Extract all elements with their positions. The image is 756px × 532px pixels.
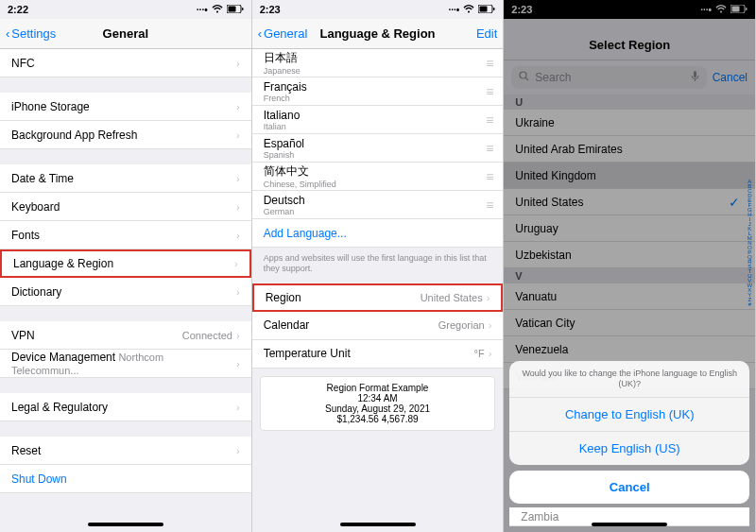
action-cancel-button[interactable]: Cancel: [509, 471, 749, 504]
drag-handle-icon[interactable]: ≡: [486, 169, 491, 184]
row-shutdown[interactable]: Shut Down: [0, 465, 251, 493]
home-indicator[interactable]: [88, 523, 163, 526]
svg-rect-5: [493, 8, 495, 10]
chevron-right-icon: ›: [236, 173, 240, 184]
drag-handle-icon[interactable]: ≡: [486, 197, 491, 213]
row-label: Calendar: [264, 318, 310, 332]
chevron-right-icon: ›: [489, 348, 492, 359]
row-label: Language & Region: [13, 257, 113, 270]
page-title: Language & Region: [319, 26, 435, 41]
status-time: 2:23: [260, 4, 281, 15]
chevron-right-icon: ›: [487, 292, 490, 303]
settings-list: NFC› iPhone Storage› Background App Refr…: [0, 49, 251, 493]
row-label: Background App Refresh: [11, 129, 137, 142]
language-sub: Chinese, Simplified: [264, 180, 336, 189]
chevron-right-icon: ›: [236, 230, 240, 241]
language-native: Español: [264, 137, 304, 150]
language-sub: Spanish: [264, 150, 304, 160]
row-value: Gregorian: [438, 319, 485, 331]
drag-handle-icon[interactable]: ≡: [486, 56, 491, 71]
drag-handle-icon[interactable]: ≡: [486, 84, 491, 99]
status-icons: ···•: [449, 5, 496, 15]
row-label: Temperature Unit: [264, 347, 351, 360]
row-label: Device Management: [11, 351, 115, 364]
chevron-right-icon: ›: [236, 445, 240, 456]
action-card: Would you like to change the iPhone lang…: [509, 361, 749, 465]
row-label: Reset: [11, 444, 41, 457]
row-language-region[interactable]: Language & Region›: [0, 249, 251, 278]
row-vpn[interactable]: VPNConnected›: [0, 321, 251, 350]
svg-rect-1: [228, 6, 235, 11]
add-language-button[interactable]: Add Language...: [252, 219, 504, 248]
row-storage[interactable]: iPhone Storage›: [0, 93, 251, 121]
row-reset[interactable]: Reset›: [0, 437, 251, 465]
row-region[interactable]: RegionUnited States›: [252, 283, 504, 312]
back-button[interactable]: ‹ General: [258, 26, 308, 41]
chevron-right-icon: ›: [236, 58, 240, 69]
svg-rect-2: [242, 8, 244, 10]
row-device-management[interactable]: Device Management Northcom Telecommun...…: [0, 350, 251, 378]
cell-signal-icon: ···•: [449, 5, 460, 15]
drag-handle-icon[interactable]: ≡: [486, 141, 491, 156]
row-date-time[interactable]: Date & Time›: [0, 164, 251, 193]
row-label: Dictionary: [11, 285, 61, 299]
chevron-right-icon: ›: [236, 201, 240, 213]
language-row[interactable]: DeutschGerman≡: [252, 191, 504, 219]
row-value: Connected: [182, 330, 232, 341]
drag-handle-icon[interactable]: ≡: [486, 112, 491, 128]
back-button[interactable]: ‹ Settings: [6, 26, 56, 41]
language-sub: French: [264, 94, 307, 103]
cell-signal-icon: ···•: [197, 5, 208, 15]
row-nfc[interactable]: NFC›: [0, 49, 251, 77]
chevron-left-icon: ‹: [6, 26, 9, 41]
page-title: General: [103, 26, 148, 41]
row-keyboard[interactable]: Keyboard›: [0, 193, 251, 221]
language-sub: Japanese: [264, 66, 301, 76]
language-row[interactable]: ItalianoItalian≡: [252, 106, 504, 134]
row-value: United States: [421, 292, 483, 303]
panel-general: 2:22 ···• ‹ Settings General NFC› iPhone…: [0, 0, 252, 532]
language-native: 简体中文: [264, 163, 336, 180]
status-time: 2:22: [8, 4, 28, 15]
language-footer: Apps and websites will use the first lan…: [252, 248, 504, 283]
chevron-right-icon: ›: [236, 101, 240, 112]
row-label: iPhone Storage: [11, 100, 90, 113]
language-sub: German: [264, 207, 305, 216]
status-bar: 2:23 ···•: [252, 0, 504, 19]
chevron-right-icon: ›: [236, 358, 240, 369]
chevron-right-icon: ›: [234, 258, 238, 269]
row-fonts[interactable]: Fonts›: [0, 221, 251, 249]
row-label: Legal & Regulatory: [11, 401, 108, 414]
language-list: 日本語Japanese≡ FrançaisFrench≡ ItalianoIta…: [252, 49, 504, 431]
row-label: NFC: [11, 57, 35, 70]
row-bg-refresh[interactable]: Background App Refresh›: [0, 121, 251, 149]
language-row[interactable]: EspañolSpanish≡: [252, 134, 504, 163]
row-temperature[interactable]: Temperature Unit°F›: [252, 340, 504, 369]
home-indicator[interactable]: [340, 523, 416, 526]
back-label: General: [264, 26, 307, 41]
example-header: Region Format Example: [266, 383, 490, 393]
language-row[interactable]: 日本語Japanese≡: [252, 49, 504, 77]
language-row[interactable]: 简体中文Chinese, Simplified≡: [252, 163, 504, 191]
row-calendar[interactable]: CalendarGregorian›: [252, 312, 504, 340]
row-legal[interactable]: Legal & Regulatory›: [0, 393, 251, 421]
chevron-right-icon: ›: [236, 330, 240, 341]
row-label: Keyboard: [11, 200, 60, 214]
home-indicator[interactable]: [592, 523, 667, 526]
example-date: Sunday, August 29, 2021: [266, 403, 490, 414]
chevron-right-icon: ›: [236, 129, 240, 141]
wifi-icon: [212, 5, 223, 15]
panel-language-region: 2:23 ···• ‹ General Language & Region Ed…: [252, 0, 505, 532]
action-keep-button[interactable]: Keep English (US): [509, 432, 749, 465]
row-label: Date & Time: [11, 172, 74, 185]
language-native: Français: [264, 80, 307, 94]
example-numbers: $1,234.56 4,567.89: [266, 414, 490, 424]
action-change-button[interactable]: Change to English (UK): [509, 398, 749, 432]
back-label: Settings: [11, 26, 56, 41]
battery-icon: [478, 5, 495, 15]
language-row[interactable]: FrançaisFrench≡: [252, 77, 504, 106]
edit-button[interactable]: Edit: [476, 26, 497, 41]
action-sheet: Would you like to change the iPhone lang…: [509, 361, 749, 526]
status-icons: ···•: [197, 5, 244, 15]
row-dictionary[interactable]: Dictionary›: [0, 278, 251, 306]
